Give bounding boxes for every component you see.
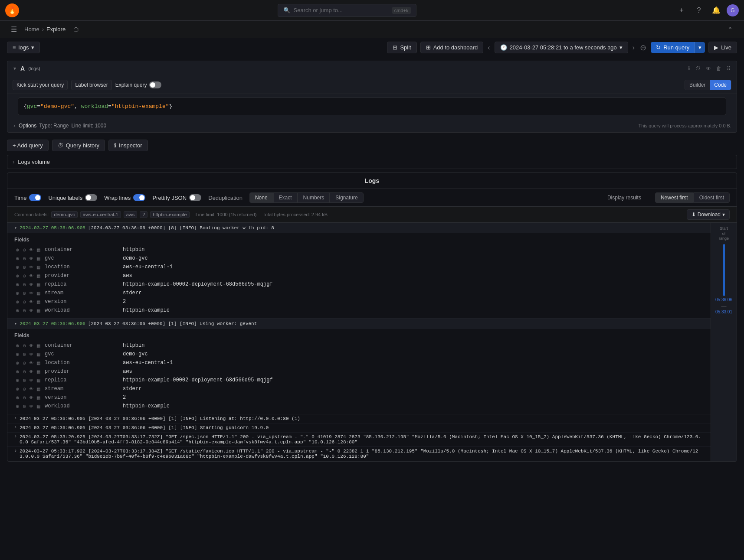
zoom-out-icon[interactable]: ⊖ bbox=[21, 299, 27, 305]
zoom-in-icon[interactable]: ⊕ bbox=[14, 255, 20, 261]
collapse-button[interactable]: ⌃ bbox=[723, 23, 737, 36]
kick-start-button[interactable]: Kick start your query bbox=[13, 80, 68, 90]
zoom-in-icon[interactable]: ⊕ bbox=[14, 290, 20, 296]
time-toggle-switch[interactable] bbox=[29, 194, 41, 201]
log-entry-header-1[interactable]: ▾ 2024-03-27 05:36:06.908 [2024-03-27 03… bbox=[7, 223, 711, 233]
eye-icon[interactable]: 👁 bbox=[28, 281, 34, 287]
unique-labels-switch[interactable] bbox=[85, 194, 97, 201]
eye-icon[interactable]: 👁 bbox=[28, 394, 34, 400]
time-prev-button[interactable]: ‹ bbox=[487, 43, 491, 52]
zoom-out-icon[interactable]: ⊖ bbox=[21, 403, 27, 409]
hamburger-menu[interactable]: ☰ bbox=[7, 23, 21, 36]
wrap-lines-switch[interactable] bbox=[133, 194, 145, 201]
bar-chart-icon[interactable]: ▦ bbox=[35, 351, 41, 357]
log-entry-collapsed[interactable]: › 2024-03-27 05:36:06.905 [2024-03-27 03… bbox=[7, 414, 711, 423]
help-button[interactable]: ? bbox=[692, 3, 706, 17]
eye-icon[interactable]: 👁 bbox=[28, 368, 34, 374]
prettify-json-switch[interactable] bbox=[189, 194, 201, 201]
bar-chart-icon[interactable]: ▦ bbox=[35, 247, 41, 253]
zoom-out-icon[interactable]: ⊖ bbox=[21, 273, 27, 279]
share-button[interactable]: ⬡ bbox=[69, 23, 83, 36]
eye-icon[interactable]: 👁 bbox=[28, 299, 34, 305]
zoom-in-icon[interactable]: ⊕ bbox=[14, 247, 20, 253]
bar-chart-icon[interactable]: ▦ bbox=[35, 360, 41, 366]
eye-icon[interactable]: 👁 bbox=[28, 273, 34, 279]
zoom-out-icon[interactable]: ⊖ bbox=[21, 377, 27, 383]
logs-volume-header[interactable]: › Logs volume bbox=[13, 159, 731, 165]
zoom-out-icon[interactable]: ⊖ bbox=[21, 281, 27, 287]
zoom-out-icon[interactable]: ⊖ bbox=[21, 255, 27, 261]
query-time-button[interactable]: ⏱ bbox=[695, 65, 701, 72]
bar-chart-icon[interactable]: ▦ bbox=[35, 255, 41, 261]
bar-chart-icon[interactable]: ▦ bbox=[35, 386, 41, 392]
log-entry-collapsed[interactable]: › 2024-03-27 05:33:20.925 [2024-03-27T03… bbox=[7, 433, 711, 447]
explain-toggle-switch[interactable] bbox=[149, 81, 161, 88]
log-entry-collapsed[interactable]: › 2024-03-27 05:36:06.905 [2024-03-27 03… bbox=[7, 423, 711, 433]
split-button[interactable]: ⊟ Split bbox=[387, 42, 416, 53]
newest-first-btn[interactable]: Newest first bbox=[655, 192, 694, 203]
eye-icon[interactable]: 👁 bbox=[28, 290, 34, 296]
zoom-in-icon[interactable]: ⊕ bbox=[14, 273, 20, 279]
zoom-out-icon[interactable]: ⊖ bbox=[21, 342, 27, 348]
label-browser-button[interactable]: Label browser bbox=[71, 80, 111, 90]
query-info-button[interactable]: ℹ bbox=[687, 65, 691, 72]
query-history-button[interactable]: ⏱ Query history bbox=[52, 140, 105, 151]
zoom-out-icon[interactable]: ⊖ bbox=[21, 394, 27, 400]
zoom-in-icon[interactable]: ⊕ bbox=[14, 299, 20, 305]
builder-button[interactable]: Builder bbox=[685, 80, 710, 90]
eye-icon[interactable]: 👁 bbox=[28, 386, 34, 392]
bar-chart-icon[interactable]: ▦ bbox=[35, 368, 41, 374]
inspector-button[interactable]: ℹ Inspector bbox=[108, 140, 147, 151]
eye-icon[interactable]: 👁 bbox=[28, 255, 34, 261]
bar-chart-icon[interactable]: ▦ bbox=[35, 273, 41, 279]
zoom-in-icon[interactable]: ⊕ bbox=[14, 403, 20, 409]
zoom-out-icon[interactable]: ⊖ bbox=[21, 351, 27, 357]
zoom-out-icon[interactable]: ⊖ bbox=[21, 247, 27, 253]
eye-icon[interactable]: 👁 bbox=[28, 264, 34, 270]
notifications-button[interactable]: 🔔 bbox=[709, 3, 723, 17]
add-button[interactable]: ＋ bbox=[675, 3, 688, 17]
zoom-in-icon[interactable]: ⊕ bbox=[14, 377, 20, 383]
search-bar[interactable]: 🔍 Search or jump to... cmd+k bbox=[278, 4, 416, 17]
eye-icon[interactable]: 👁 bbox=[28, 351, 34, 357]
add-query-button[interactable]: + Add query bbox=[7, 140, 49, 151]
zoom-in-icon[interactable]: ⊕ bbox=[14, 342, 20, 348]
zoom-in-icon[interactable]: ⊕ bbox=[14, 360, 20, 366]
log-entry-collapsed[interactable]: › 2024-03-27 05:33:17.922 [2024-03-27T03… bbox=[7, 447, 711, 461]
bar-chart-icon[interactable]: ▦ bbox=[35, 307, 41, 313]
bar-chart-icon[interactable]: ▦ bbox=[35, 281, 41, 287]
zoom-in-icon[interactable]: ⊕ bbox=[14, 368, 20, 374]
code-button[interactable]: Code bbox=[710, 80, 731, 90]
datasource-selector[interactable]: ≡ logs ▾ bbox=[7, 42, 40, 53]
dedup-numbers-btn[interactable]: Numbers bbox=[298, 192, 330, 203]
zoom-out-icon[interactable]: ⊖ bbox=[21, 386, 27, 392]
eye-icon[interactable]: 👁 bbox=[28, 360, 34, 366]
download-button[interactable]: ⬇ Download ▾ bbox=[687, 209, 730, 220]
explore-link[interactable]: Explore bbox=[46, 26, 66, 33]
run-query-button[interactable]: ↻ Run query bbox=[651, 42, 695, 53]
add-to-dashboard-button[interactable]: ⊞ Add to dashboard bbox=[420, 42, 484, 53]
query-input[interactable]: {gvc="demo-gvc", workload="httpbin-examp… bbox=[18, 98, 726, 115]
time-range-button[interactable]: 🕐 2024-03-27 05:28:21 to a few seconds a… bbox=[495, 42, 628, 53]
zoom-in-icon[interactable]: ⊕ bbox=[14, 394, 20, 400]
options-collapse-button[interactable]: › bbox=[13, 122, 16, 130]
zoom-out-icon[interactable]: ⊖ bbox=[21, 290, 27, 296]
bar-chart-icon[interactable]: ▦ bbox=[35, 290, 41, 296]
zoom-out-icon[interactable]: ⊖ bbox=[21, 360, 27, 366]
query-collapse-button[interactable]: ▾ bbox=[13, 65, 17, 72]
avatar[interactable]: G bbox=[727, 4, 739, 16]
bar-chart-icon[interactable]: ▦ bbox=[35, 394, 41, 400]
oldest-first-btn[interactable]: Oldest first bbox=[694, 192, 730, 203]
eye-icon[interactable]: 👁 bbox=[28, 403, 34, 409]
eye-icon[interactable]: 👁 bbox=[28, 307, 34, 313]
home-link[interactable]: Home bbox=[24, 26, 39, 33]
eye-icon[interactable]: 👁 bbox=[28, 377, 34, 383]
query-delete-button[interactable]: 🗑 bbox=[715, 65, 722, 72]
bar-chart-icon[interactable]: ▦ bbox=[35, 264, 41, 270]
zoom-out-icon[interactable]: ⊖ bbox=[21, 307, 27, 313]
bar-chart-icon[interactable]: ▦ bbox=[35, 299, 41, 305]
grafana-logo[interactable]: 🔥 bbox=[5, 3, 19, 17]
query-drag-button[interactable]: ⠿ bbox=[726, 65, 731, 72]
zoom-in-icon[interactable]: ⊕ bbox=[14, 307, 20, 313]
dedup-signature-btn[interactable]: Signature bbox=[330, 192, 363, 203]
